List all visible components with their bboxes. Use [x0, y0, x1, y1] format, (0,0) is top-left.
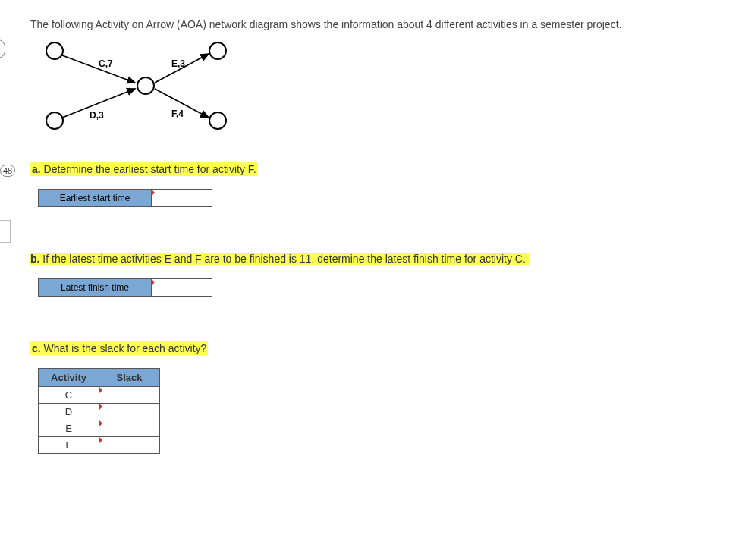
slack-input-e[interactable]: [99, 420, 160, 437]
page-root: 48 The following Activity on Arrow (AOA)…: [0, 0, 745, 560]
latest-finish-row: Latest finish time: [38, 278, 730, 297]
node-middle: [137, 77, 155, 95]
slack-input-c[interactable]: [99, 387, 160, 404]
question-b-text: If the latest time activities E and F ar…: [39, 253, 525, 265]
slack-th-slack: Slack: [99, 369, 160, 387]
question-b: b. If the latest time activities E and F…: [30, 253, 730, 265]
question-number-badge: 48: [0, 165, 15, 177]
question-b-prefix: b.: [30, 253, 39, 265]
slack-input-f[interactable]: [99, 437, 160, 454]
edge-label-f: F,4: [171, 109, 184, 119]
latest-finish-label: Latest finish time: [38, 278, 152, 297]
content-area: The following Activity on Arrow (AOA) ne…: [30, 18, 730, 454]
question-c-text: What is the slack for each activity?: [41, 342, 207, 354]
node-top-right: [209, 42, 227, 60]
activity-cell-d: D: [39, 404, 99, 420]
nav-square-icon: [0, 220, 11, 243]
activity-cell-f: F: [39, 437, 99, 454]
slack-table-header-row: Activity Slack: [39, 369, 160, 387]
node-bottom-left: [46, 112, 64, 130]
latest-finish-input[interactable]: [152, 278, 212, 297]
question-c: c. What is the slack for each activity?: [30, 342, 730, 354]
diagram-edges: [38, 42, 266, 148]
edge-label-e: E,3: [171, 58, 185, 69]
question-a: a. Determine the earliest start time for…: [30, 163, 730, 175]
table-row: C: [39, 387, 160, 404]
aoa-diagram: C,7 D,3 E,3 F,4: [38, 42, 266, 148]
node-bottom-right: [209, 112, 227, 130]
left-gutter: 48: [0, 0, 9, 560]
slack-input-d[interactable]: [99, 404, 160, 420]
earliest-start-input[interactable]: [152, 189, 212, 207]
nav-arc-icon: [0, 39, 5, 58]
table-row: D: [39, 404, 160, 420]
question-b-wrap: b. If the latest time activities E and F…: [30, 253, 730, 297]
question-a-highlight: a. Determine the earliest start time for…: [30, 162, 258, 176]
slack-table: Activity Slack C D E F: [38, 368, 160, 454]
edge-label-d: D,3: [90, 110, 104, 121]
edge-label-c: C,7: [99, 58, 113, 69]
table-row: E: [39, 420, 160, 437]
earliest-start-row: Earliest start time: [38, 189, 730, 207]
question-c-wrap: c. What is the slack for each activity? …: [30, 342, 730, 454]
activity-cell-e: E: [39, 420, 99, 437]
question-a-text: Determine the earliest start time for ac…: [41, 163, 256, 175]
activity-cell-c: C: [39, 387, 99, 404]
question-c-prefix: c.: [32, 342, 41, 354]
slack-th-activity: Activity: [39, 369, 99, 387]
question-a-prefix: a.: [32, 163, 41, 175]
intro-text: The following Activity on Arrow (AOA) ne…: [30, 18, 730, 30]
node-top-left: [46, 42, 64, 60]
question-c-highlight: c. What is the slack for each activity?: [30, 341, 208, 355]
earliest-start-label: Earliest start time: [38, 189, 152, 207]
table-row: F: [39, 437, 160, 454]
question-b-highlight: b. If the latest time activities E and F…: [30, 253, 530, 265]
